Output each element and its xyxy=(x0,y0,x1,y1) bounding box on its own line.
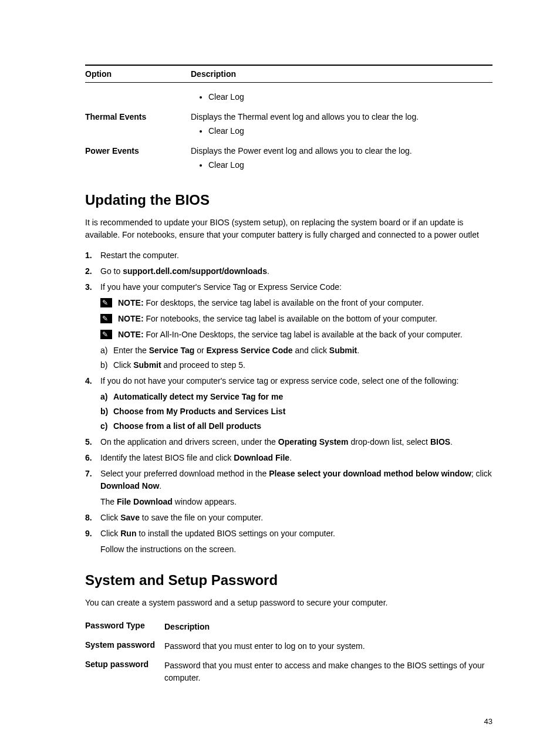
list-item: Click Save to save the file on your comp… xyxy=(100,512,492,524)
list-item: If you have your computer's Service Tag … xyxy=(100,281,492,371)
pwd-desc: Password that you must enter to access a… xyxy=(164,660,492,684)
table-row: Setup password Password that you must en… xyxy=(85,656,492,688)
list-item: Identify the latest BIOS file and click … xyxy=(100,452,492,464)
list-item: Choose from My Products and Services Lis… xyxy=(113,405,492,418)
sub-list: Enter the Service Tag or Express Service… xyxy=(100,344,492,371)
password-heading: System and Setup Password xyxy=(85,572,492,589)
bullet-list: Clear Log xyxy=(208,126,492,136)
note-block: NOTE: For desktops, the service tag labe… xyxy=(100,297,492,309)
bullet-list: Clear Log xyxy=(208,92,492,102)
note-icon xyxy=(100,330,112,339)
bullet-item: Clear Log xyxy=(208,92,492,102)
table-header-row: Password Type Description xyxy=(85,617,492,637)
bios-intro: It is recommended to update your BIOS (s… xyxy=(85,217,492,241)
list-item: Enter the Service Tag or Express Service… xyxy=(113,344,492,357)
option-label: Power Events xyxy=(85,146,191,175)
note-icon xyxy=(100,314,112,323)
document-page: Option Description Clear Log Thermal Eve… xyxy=(0,0,560,744)
list-item: Restart the computer. xyxy=(100,249,492,262)
pwd-desc: Password that you must enter to log on t… xyxy=(164,640,492,652)
sub-list: Automatically detect my Service Tag for … xyxy=(100,391,492,432)
header-type: Password Type xyxy=(85,621,164,633)
list-item: On the application and drivers screen, u… xyxy=(100,436,492,448)
bullet-item: Clear Log xyxy=(208,160,492,170)
bios-heading: Updating the BIOS xyxy=(85,192,492,208)
list-item: Click Run to install the updated BIOS se… xyxy=(100,527,492,556)
list-item: Automatically detect my Service Tag for … xyxy=(113,391,492,403)
header-desc: Description xyxy=(164,621,492,633)
table-row: Thermal Events Displays the Thermal even… xyxy=(85,107,492,141)
note-block: NOTE: For All-In-One Desktops, the servi… xyxy=(100,329,492,341)
option-desc: Displays the Power event log and allows … xyxy=(191,146,412,155)
list-item: Select your preferred download method in… xyxy=(100,468,492,508)
header-option: Option xyxy=(85,69,191,79)
option-label: Thermal Events xyxy=(85,112,191,141)
page-number: 43 xyxy=(85,717,492,726)
table-row: Clear Log xyxy=(85,83,492,107)
bullet-item: Clear Log xyxy=(208,126,492,136)
bios-steps-list: Restart the computer. Go to support.dell… xyxy=(85,249,492,556)
note-icon xyxy=(100,298,112,307)
header-description: Description xyxy=(191,69,492,79)
list-item: Choose from a list of all Dell products xyxy=(113,420,492,432)
note-block: NOTE: For notebooks, the service tag lab… xyxy=(100,313,492,325)
pwd-type: Setup password xyxy=(85,660,164,684)
events-table-header: Option Description xyxy=(85,65,492,83)
password-intro: You can create a system password and a s… xyxy=(85,597,492,609)
list-item: Go to support.dell.com/support/downloads… xyxy=(100,265,492,278)
table-row: Power Events Displays the Power event lo… xyxy=(85,141,492,175)
pwd-type: System password xyxy=(85,640,164,652)
list-item: If you do not have your computer's servi… xyxy=(100,375,492,432)
table-row: System password Password that you must e… xyxy=(85,637,492,656)
password-table: Password Type Description System passwor… xyxy=(85,617,492,688)
bullet-list: Clear Log xyxy=(208,160,492,170)
option-desc: Displays the Thermal event log and allow… xyxy=(191,112,419,121)
list-item: Click Submit and proceed to step 5. xyxy=(113,359,492,371)
